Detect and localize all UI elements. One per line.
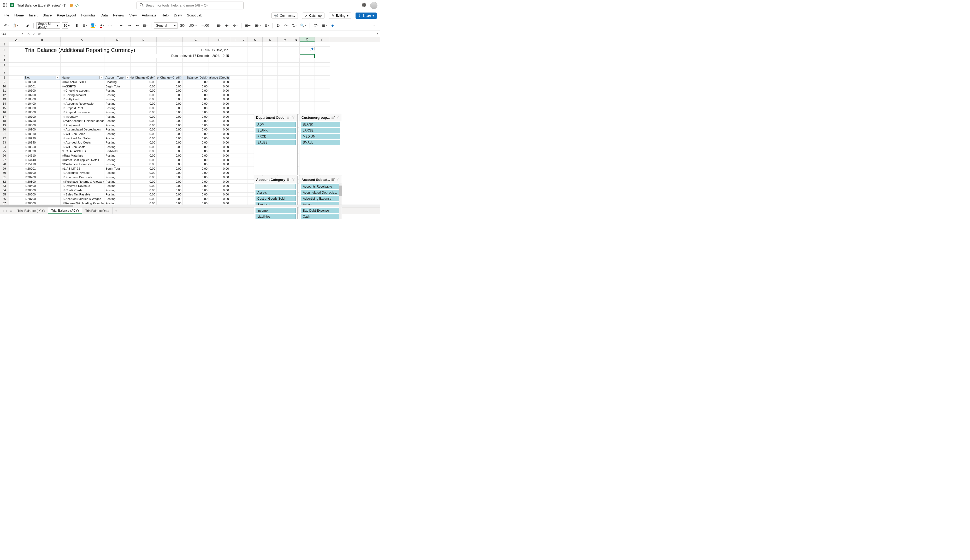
cell[interactable] xyxy=(247,67,263,71)
cell[interactable] xyxy=(9,102,24,106)
account-name[interactable]: ⊟ Checking account xyxy=(60,88,104,93)
net-change-debit[interactable]: 0.00 xyxy=(130,84,157,89)
cell[interactable] xyxy=(24,58,60,63)
account-no[interactable]: ⊟10000 xyxy=(24,80,60,84)
menu-data[interactable]: Data xyxy=(100,12,108,19)
slicer-item[interactable]: Bad Debt Expense xyxy=(301,208,340,213)
net-change-credit[interactable]: 0.00 xyxy=(157,149,183,154)
cell[interactable] xyxy=(157,58,183,63)
account-name[interactable]: ⊟ WIP Job Costs xyxy=(60,145,104,149)
account-type[interactable]: Posting xyxy=(104,180,130,184)
cell[interactable] xyxy=(292,76,300,80)
account-name[interactable]: ⊟ Accounts Payable xyxy=(60,171,104,175)
cell[interactable] xyxy=(300,63,315,67)
cell[interactable] xyxy=(230,93,240,97)
balance-debit[interactable]: 0.00 xyxy=(183,149,209,154)
menu-help[interactable]: Help xyxy=(161,12,169,19)
cell[interactable] xyxy=(292,93,300,97)
cell[interactable] xyxy=(263,67,278,71)
cell[interactable] xyxy=(157,67,183,71)
cell[interactable] xyxy=(9,54,24,58)
cell[interactable] xyxy=(60,71,104,76)
col-header-B[interactable]: B xyxy=(24,37,60,42)
cell[interactable] xyxy=(300,106,315,110)
ribbon-expand-button[interactable]: ▾ xyxy=(371,22,377,29)
paste-button[interactable]: 📋▾ xyxy=(11,22,19,29)
cell[interactable] xyxy=(230,54,240,58)
account-type[interactable]: Posting xyxy=(104,115,130,119)
balance-credit[interactable]: 0.00 xyxy=(209,106,230,110)
table-header[interactable]: Net Change (Credit) xyxy=(157,76,183,80)
cell[interactable] xyxy=(278,63,292,67)
account-type[interactable]: Posting xyxy=(104,128,130,132)
slicer-item[interactable]: SMALL xyxy=(301,140,340,145)
cell[interactable] xyxy=(278,58,292,63)
waffle-icon[interactable] xyxy=(3,3,7,8)
account-no[interactable]: ⊟10200 xyxy=(24,93,60,97)
account-no[interactable]: ⊟10910 xyxy=(24,132,60,136)
account-type[interactable]: Posting xyxy=(104,102,130,106)
col-header-K[interactable]: K xyxy=(247,37,263,42)
row-header[interactable]: 25 xyxy=(0,149,9,154)
row-header[interactable]: 10 xyxy=(0,84,9,89)
company-name[interactable]: CRONUS USA, Inc. xyxy=(183,47,230,54)
cell[interactable] xyxy=(240,188,247,193)
cell[interactable] xyxy=(24,42,60,47)
cell[interactable] xyxy=(240,106,247,110)
balance-debit[interactable]: 0.00 xyxy=(183,193,209,197)
cell[interactable] xyxy=(240,54,247,58)
cell[interactable] xyxy=(240,110,247,115)
net-change-credit[interactable]: 0.00 xyxy=(157,197,183,201)
clear-button[interactable]: ◇▾ xyxy=(283,22,290,29)
col-header-I[interactable]: I xyxy=(230,37,240,42)
indent-button[interactable]: ⇥ xyxy=(126,22,133,29)
balance-debit[interactable]: 0.00 xyxy=(183,93,209,97)
cell[interactable] xyxy=(278,47,292,54)
col-header-L[interactable]: L xyxy=(263,37,278,42)
cell[interactable] xyxy=(240,58,247,63)
increase-decimal-button[interactable]: ←.00 xyxy=(200,22,210,29)
net-change-debit[interactable]: 0.00 xyxy=(130,197,157,201)
cell[interactable] xyxy=(230,201,240,205)
account-name[interactable]: ⊟ WIP Job Sales xyxy=(60,132,104,136)
cell[interactable] xyxy=(247,80,263,84)
account-no[interactable]: ⊟10300 xyxy=(24,97,60,102)
cell[interactable] xyxy=(9,106,24,110)
slicer-acctsub[interactable]: Account Subcat...Accounts ReceivableAccu… xyxy=(299,176,342,219)
cell[interactable] xyxy=(315,76,330,80)
slicer-item[interactable]: Accumulated Deprecia... xyxy=(301,190,340,195)
cell[interactable] xyxy=(263,42,278,47)
balance-debit[interactable]: 0.00 xyxy=(183,132,209,136)
slicer-item[interactable]: BLANK xyxy=(301,122,340,127)
account-type[interactable]: Posting xyxy=(104,153,130,158)
account-name[interactable]: ⊟ Petty Cash xyxy=(60,97,104,102)
account-name[interactable]: ⊟ Accounts Receivable xyxy=(60,102,104,106)
net-change-debit[interactable]: 0.00 xyxy=(130,158,157,162)
data-retrieved[interactable]: Data retrieved: 17 December 2024, 12:45 xyxy=(130,54,230,58)
cell[interactable] xyxy=(292,47,300,54)
balance-credit[interactable]: 0.00 xyxy=(209,84,230,89)
balance-debit[interactable]: 0.00 xyxy=(183,171,209,175)
cell[interactable] xyxy=(292,97,300,102)
balance-debit[interactable]: 0.00 xyxy=(183,153,209,158)
account-name[interactable]: ⊟ Accumulated Depreciation xyxy=(60,128,104,132)
copilot-button[interactable]: ◆ xyxy=(330,22,336,29)
cell[interactable] xyxy=(209,67,230,71)
account-no[interactable]: ⊟14140 xyxy=(24,158,60,162)
cell[interactable] xyxy=(300,97,315,102)
row-header[interactable]: 15 xyxy=(0,106,9,110)
net-change-debit[interactable]: 0.00 xyxy=(130,88,157,93)
cell[interactable] xyxy=(263,47,278,54)
account-type[interactable]: Posting xyxy=(104,171,130,175)
cell[interactable] xyxy=(278,76,292,80)
cell[interactable] xyxy=(9,93,24,97)
row-header[interactable]: 18 xyxy=(0,119,9,123)
cell[interactable] xyxy=(183,58,209,63)
slicer-item[interactable]: MEDIUM xyxy=(301,134,340,139)
cell[interactable] xyxy=(240,140,247,145)
net-change-credit[interactable]: 0.00 xyxy=(157,115,183,119)
account-type[interactable]: Posting xyxy=(104,158,130,162)
col-header-H[interactable]: H xyxy=(209,37,230,42)
net-change-debit[interactable]: 0.00 xyxy=(130,153,157,158)
row-header[interactable]: 11 xyxy=(0,88,9,93)
